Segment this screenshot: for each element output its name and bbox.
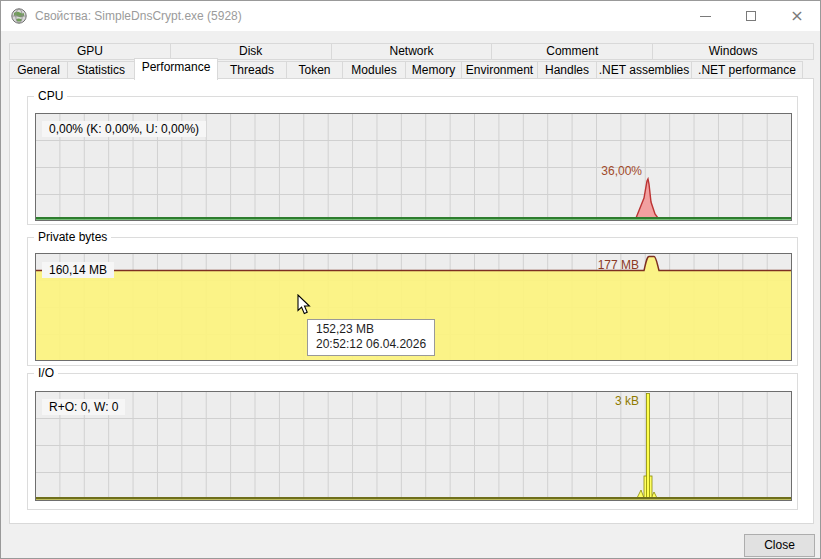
private-bytes-status-label: 160,14 MB <box>42 262 114 278</box>
close-icon: × <box>790 8 803 24</box>
io-graph[interactable]: R+O: 0, W: 0 3 kB <box>35 391 792 501</box>
tab-threads[interactable]: Threads <box>217 61 287 79</box>
tab-token[interactable]: Token <box>286 61 343 79</box>
maximize-button[interactable] <box>728 1 774 31</box>
tab-environment[interactable]: Environment <box>461 61 538 79</box>
tab-memory[interactable]: Memory <box>405 61 462 79</box>
app-globe-icon <box>11 8 27 24</box>
cpu-groupbox: CPU 0,00% (K: 0,00%, U: 0,00%) 36,00% <box>27 96 798 225</box>
io-peak-label: 3 kB <box>564 394 639 408</box>
io-groupbox: I/O R+O: 0, W: 0 3 kB <box>27 373 798 510</box>
tooltip-value: 152,23 MB <box>316 322 426 337</box>
tab-modules[interactable]: Modules <box>342 61 406 79</box>
tab-net-performance[interactable]: .NET performance <box>691 61 803 79</box>
tab-statistics[interactable]: Statistics <box>67 61 135 79</box>
tab-handles[interactable]: Handles <box>537 61 597 79</box>
io-series <box>36 392 791 500</box>
properties-window: Свойства: SimpleDnsCrypt.exe (5928) × GP… <box>0 0 821 559</box>
private-bytes-peak-label: 177 MB <box>564 258 639 272</box>
io-status-label: R+O: 0, W: 0 <box>42 399 125 415</box>
cpu-groupbox-title: CPU <box>34 89 67 103</box>
graph-tooltip: 152,23 MB 20:52:12 06.04.2026 <box>307 319 435 356</box>
titlebar: Свойства: SimpleDnsCrypt.exe (5928) × <box>1 1 820 31</box>
tab-performance[interactable]: Performance <box>134 58 218 80</box>
tab-net-assemblies[interactable]: .NET assemblies <box>596 61 692 79</box>
private-bytes-groupbox-title: Private bytes <box>34 230 111 244</box>
window-title: Свойства: SimpleDnsCrypt.exe (5928) <box>35 1 242 31</box>
minimize-icon <box>700 16 711 17</box>
io-groupbox-title: I/O <box>34 366 58 380</box>
cpu-status-label: 0,00% (K: 0,00%, U: 0,00%) <box>42 121 206 137</box>
tooltip-timestamp: 20:52:12 06.04.2026 <box>316 337 426 352</box>
maximize-icon <box>746 11 756 21</box>
close-button[interactable]: Close <box>744 534 815 557</box>
close-window-button[interactable]: × <box>774 1 820 31</box>
cpu-peak-label: 36,00% <box>567 164 642 178</box>
mouse-cursor-icon <box>297 294 313 316</box>
tab-row-primary: General Statistics Performance Threads T… <box>9 57 814 79</box>
minimize-button[interactable] <box>682 1 728 31</box>
tab-general[interactable]: General <box>9 61 68 79</box>
cpu-graph[interactable]: 0,00% (K: 0,00%, U: 0,00%) 36,00% <box>35 113 792 221</box>
